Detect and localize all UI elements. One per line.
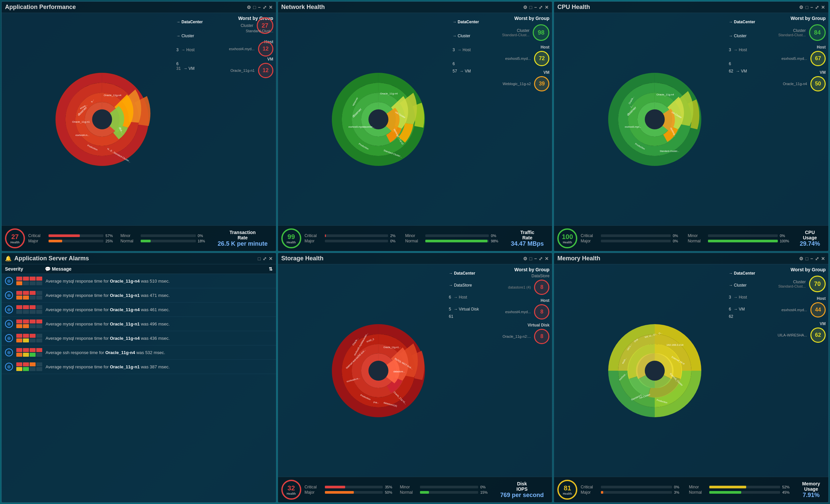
alarms-body: Severity 💬 Message ⇅ ⊕ Average mysql res… bbox=[2, 264, 276, 502]
svg-text:Oracle_11g-n4: Oracle_11g-n4 bbox=[380, 92, 398, 95]
expand-icon[interactable]: ⤢ bbox=[263, 256, 267, 261]
square-icon[interactable]: □ bbox=[530, 256, 532, 261]
svg-point-42 bbox=[369, 361, 388, 381]
alarm-message: Average mysql response time for Oracle_1… bbox=[45, 322, 273, 327]
alarm-sev-bars bbox=[16, 305, 42, 314]
alarms-panel: 🔔 Application Server Alarms □ ⤢ ✕ Severi… bbox=[1, 253, 276, 503]
square-icon[interactable]: □ bbox=[805, 5, 808, 10]
close-icon[interactable]: ✕ bbox=[821, 256, 825, 261]
alarm-add-icon[interactable]: ⊕ bbox=[5, 348, 13, 357]
memory-health: 81 Health bbox=[557, 480, 577, 500]
alarm-message: Average mysql response time for Oracle_1… bbox=[45, 278, 273, 283]
alarm-sev-bars bbox=[16, 291, 42, 300]
app-perf-header: Application Performance ⚙ □ − ⤢ ✕ bbox=[2, 2, 276, 13]
app-perf-metric: TransactionRate 26.5 K per minute bbox=[213, 230, 273, 247]
alarm-add-icon[interactable]: ⊕ bbox=[5, 305, 13, 313]
expand-icon[interactable]: ⤢ bbox=[263, 5, 267, 10]
storage-panel: Storage Health ⚙ □ − ⤢ ✕ bbox=[278, 253, 553, 503]
app-perf-severity: Critical 57% Minor 0% Major 25% Normal 1… bbox=[28, 233, 210, 243]
expand-icon[interactable]: ⤢ bbox=[815, 5, 819, 10]
network-panel: Network Health ⚙ □ − ⤢ ✕ bbox=[278, 1, 553, 251]
close-icon[interactable]: ✕ bbox=[545, 256, 549, 261]
bell-icon: 🔔 bbox=[5, 255, 12, 262]
alarm-row: ⊕ Average mysql response time for Oracle… bbox=[2, 274, 276, 288]
gear-icon[interactable]: ⚙ bbox=[523, 256, 528, 261]
network-stats: 99 Health Critical 2% Minor 0% Major 0% … bbox=[278, 226, 552, 251]
square-icon[interactable]: □ bbox=[805, 256, 808, 261]
storage-health: 32 Health bbox=[281, 480, 301, 500]
storage-controls: ⚙ □ − ⤢ ✕ bbox=[523, 256, 549, 261]
alarm-row: ⊕ Average mysql response time for Oracle… bbox=[2, 331, 276, 345]
network-title: Network Health bbox=[281, 4, 523, 11]
alarm-add-icon[interactable]: ⊕ bbox=[5, 291, 13, 299]
alarm-message: Average mysql response time for Oracle_1… bbox=[45, 307, 273, 312]
sev-normal: Normal 18% bbox=[120, 239, 209, 243]
memory-controls: ⚙ □ − ⤢ ✕ bbox=[799, 256, 825, 261]
alarm-row: ⊕ Average ssh response time for Oracle_1… bbox=[2, 345, 276, 360]
svg-text:esxhost3.mydatacenter...: esxhost3.mydatacenter... bbox=[349, 126, 375, 128]
close-icon[interactable]: ✕ bbox=[269, 256, 273, 261]
memory-body: 192.168.0.218 External_Ht.st External_Cl… bbox=[554, 264, 828, 477]
gear-icon[interactable]: ⚙ bbox=[247, 5, 251, 10]
gear-icon[interactable]: ⚙ bbox=[799, 5, 803, 10]
alarm-sev-bars bbox=[16, 277, 42, 285]
network-chart: dbserver Oracle_11g-n4 esxhost3.mydatace… bbox=[278, 13, 479, 226]
app-perf-worst: Worst by Group Cluster27 Standard-Clust.… bbox=[203, 13, 276, 226]
storage-chart: Walmart-test-se2h5.scsi... esxhost5.myda… bbox=[278, 264, 479, 477]
close-icon[interactable]: ✕ bbox=[545, 5, 549, 10]
alarm-add-icon[interactable]: ⊕ bbox=[5, 277, 13, 285]
square-icon[interactable]: □ bbox=[258, 256, 260, 261]
cpu-title: CPU Health bbox=[557, 4, 799, 11]
sort-icon[interactable]: ⇅ bbox=[269, 266, 273, 272]
alarm-add-icon[interactable]: ⊕ bbox=[5, 363, 13, 371]
alarms-controls: □ ⤢ ✕ bbox=[258, 256, 272, 261]
alarm-add-icon[interactable]: ⊕ bbox=[5, 334, 13, 342]
sev-critical: Critical 57% bbox=[28, 233, 117, 238]
alarm-row: ⊕ Average mysql response time for Oracle… bbox=[2, 317, 276, 331]
alarm-row: ⊕ Average mysql response time for Oracle… bbox=[2, 360, 276, 374]
alarm-sev-bars bbox=[16, 362, 42, 371]
gear-icon[interactable]: ⚙ bbox=[799, 256, 803, 261]
minus-icon[interactable]: − bbox=[810, 5, 813, 10]
svg-text:192.168.0.218: 192.168.0.218 bbox=[666, 343, 684, 346]
cpu-chart: dbserver esxhost3.myd... Oracle_11g-n4 P… bbox=[554, 13, 755, 226]
expand-icon[interactable]: ⤢ bbox=[815, 256, 819, 261]
expand-icon[interactable]: ⤢ bbox=[539, 5, 543, 10]
network-header: Network Health ⚙ □ − ⤢ ✕ bbox=[278, 2, 552, 13]
cpu-worst: Worst by Group Cluster Standard-Clust...… bbox=[755, 13, 828, 226]
alarm-sev-bars bbox=[16, 348, 42, 357]
network-metric: TrafficRate 34.47 MBps bbox=[506, 230, 549, 247]
minus-icon[interactable]: − bbox=[534, 256, 537, 261]
memory-stats: 81 Health Critical 0% Minor 52% Major 3%… bbox=[554, 477, 828, 502]
message-icon: 💬 bbox=[45, 266, 51, 272]
svg-text:Oracle_11g-n4: Oracle_11g-n4 bbox=[104, 94, 121, 97]
alarm-message: Average ssh response time for Oracle_11g… bbox=[45, 350, 273, 355]
svg-text:Standard-Cluster...: Standard-Cluster... bbox=[660, 150, 679, 152]
minus-icon[interactable]: − bbox=[258, 5, 260, 10]
memory-severity: Critical 0% Minor 52% Major 3% Normal 45… bbox=[581, 485, 794, 495]
app-perf-body: dbserver s... Oracle_11g-n1 exsne... Ora… bbox=[2, 13, 276, 226]
app-perf-chart: dbserver s... Oracle_11g-n1 exsne... Ora… bbox=[2, 13, 203, 226]
gear-icon[interactable]: ⚙ bbox=[523, 5, 528, 10]
storage-header: Storage Health ⚙ □ − ⤢ ✕ bbox=[278, 253, 552, 264]
app-perf-health: 27 Health bbox=[5, 228, 25, 248]
minus-icon[interactable]: − bbox=[810, 256, 813, 261]
alarm-add-icon[interactable]: ⊕ bbox=[5, 320, 13, 328]
expand-icon[interactable]: ⤢ bbox=[539, 256, 543, 261]
cpu-stats: 100 Health Critical 0% Minor 0% Major 0%… bbox=[554, 226, 828, 251]
minus-icon[interactable]: − bbox=[534, 5, 537, 10]
sev-major: Major 25% bbox=[28, 239, 117, 243]
alarms-header: 🔔 Application Server Alarms □ ⤢ ✕ bbox=[2, 253, 276, 264]
square-icon[interactable]: □ bbox=[530, 5, 532, 10]
network-worst: Worst by Group Cluster Standard-Clust...… bbox=[479, 13, 552, 226]
square-icon[interactable]: □ bbox=[253, 5, 256, 10]
col-message-label: 💬 Message ⇅ bbox=[45, 266, 273, 272]
close-icon[interactable]: ✕ bbox=[269, 5, 273, 10]
close-icon[interactable]: ✕ bbox=[821, 5, 825, 10]
svg-text:Pra...: Pra... bbox=[374, 401, 379, 404]
cpu-metric: CPUUsage 29.74% bbox=[795, 230, 825, 247]
storage-stats: 32 Health Critical 35% Minor 0% Major 50… bbox=[278, 477, 552, 502]
storage-title: Storage Health bbox=[281, 255, 523, 262]
storage-metric: DiskIOPS 769 per second bbox=[495, 481, 549, 499]
svg-text:esxhost3.myd...: esxhost3.myd... bbox=[625, 126, 641, 128]
